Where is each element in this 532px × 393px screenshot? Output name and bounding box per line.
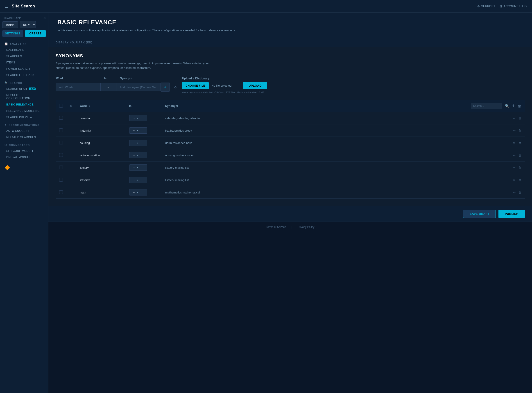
edit-icon[interactable]: ✏ — [513, 166, 516, 169]
sidebar-item-relevance-modeling[interactable]: RELEVANCE MODELING — [0, 108, 48, 114]
delete-row-icon[interactable]: 🗑 — [518, 191, 521, 194]
dropdown-arrow-icon: ▾ — [137, 142, 138, 144]
edit-icon[interactable]: ✏ — [513, 141, 516, 145]
is-badge[interactable]: ↔ ▾ — [129, 177, 147, 183]
row-checkbox[interactable] — [59, 153, 63, 157]
close-icon[interactable]: ✕ — [43, 16, 46, 20]
row-is-1: → ▾ — [126, 124, 162, 137]
language-select[interactable]: EN ▾ — [20, 21, 36, 28]
search-app-label: SEARCH APP — [4, 17, 21, 19]
header-word-col[interactable]: Word ▼ — [76, 100, 126, 112]
arrow-icon: ↔ — [132, 116, 135, 120]
add-synonym-input[interactable] — [116, 83, 161, 91]
table-header: ⊙ Word ▼ Is Synonym — [56, 100, 525, 112]
search-icon: 🔍 — [5, 81, 8, 84]
synonym-col-label: Synonym — [117, 77, 170, 80]
new-badge: NEW — [29, 88, 36, 90]
connectors-section-header: ⬡ CONNECTORS — [0, 140, 48, 148]
sidebar-item-dashboard[interactable]: DASHBOARD — [0, 47, 48, 53]
is-badge[interactable]: → ▾ — [129, 127, 147, 134]
sidebar-item-auto-suggest[interactable]: AUTO-SUGGEST — [0, 128, 48, 134]
delete-row-icon[interactable]: 🗑 — [518, 141, 521, 145]
arrow-icon: ↔ — [132, 153, 135, 157]
is-badge[interactable]: ↔ ▾ — [129, 115, 147, 121]
sidebar-item-basic-relevance[interactable]: BASIC RELEVANCE — [0, 101, 48, 108]
row-checkbox-1 — [56, 124, 66, 137]
menu-icon[interactable]: ☰ — [5, 4, 8, 9]
row-synonym-5: listserv mailing list — [162, 174, 467, 186]
settings-button[interactable]: SETTINGS — [2, 30, 23, 37]
sidebar-item-results-configuration[interactable]: RESULTS CONFIGURATION — [0, 92, 48, 101]
row-checkbox[interactable] — [59, 190, 63, 194]
sidebar-item-search-preview[interactable]: SEARCH PREVIEW — [0, 114, 48, 120]
edit-icon[interactable]: ✏ — [513, 178, 516, 182]
sidebar-item-search-ui-kit[interactable]: SEARCH UI KIT NEW — [0, 86, 48, 92]
account-icon: ◎ — [500, 5, 502, 8]
account-link[interactable]: ◎ ACCOUNT: UARK — [500, 5, 527, 8]
edit-icon[interactable]: ✏ — [513, 129, 516, 132]
sidebar-item-drupal-module[interactable]: DRUPAL MODULE — [0, 154, 48, 160]
is-badge[interactable]: ↔ ▾ — [129, 189, 147, 196]
header-expand-col: ⊙ — [66, 100, 76, 112]
edit-icon[interactable]: ✏ — [513, 117, 516, 120]
delete-row-icon[interactable]: 🗑 — [518, 117, 521, 120]
header-synonym-col: Synonym — [162, 100, 467, 112]
terms-link[interactable]: Terms of Service — [266, 226, 286, 229]
row-checkbox[interactable] — [59, 116, 63, 120]
sidebar-item-sitecore-module[interactable]: SITECORE MODULE — [0, 148, 48, 154]
choose-file-button[interactable]: CHOOSE FILE — [182, 82, 209, 89]
row-actions-5: ✏ 🗑 — [467, 174, 525, 186]
row-expand-2 — [66, 137, 76, 149]
save-draft-button[interactable]: SAVE DRAFT — [463, 210, 496, 218]
dropdown-arrow-icon: ▾ — [137, 191, 138, 194]
table-search-input[interactable] — [471, 103, 502, 109]
sidebar-item-items[interactable]: ITEMS — [0, 59, 48, 66]
table-row: fraternity → ▾ frat,fraternities,greek ✏… — [56, 124, 525, 137]
create-button[interactable]: CREATE — [25, 30, 46, 37]
support-link[interactable]: ⊙ SUPPORT — [477, 5, 495, 8]
edit-icon[interactable]: ✏ — [513, 191, 516, 194]
sidebar-item-related-searches[interactable]: RELATED SEARCHES — [0, 134, 48, 140]
is-badge[interactable]: → ▾ — [129, 140, 147, 146]
sidebar-item-searches[interactable]: SEARCHES — [0, 53, 48, 59]
is-badge[interactable]: ↔ ▾ — [129, 164, 147, 171]
privacy-link[interactable]: Privacy Policy — [298, 226, 314, 229]
row-actions-1: ✏ 🗑 — [467, 124, 525, 137]
cloud-icon[interactable]: ⬆ — [512, 104, 515, 108]
row-synonym-6: mathematics,mathematical — [162, 186, 467, 199]
delete-row-icon[interactable]: 🗑 — [518, 154, 521, 157]
delete-row-icon[interactable]: 🗑 — [518, 166, 521, 169]
sidebar-item-search-feedback[interactable]: SEARCH FEEDBACK — [0, 72, 48, 78]
row-word-2: housing — [76, 137, 126, 149]
dropdown-arrow-icon: ▾ — [137, 179, 138, 181]
delete-row-icon[interactable]: 🗑 — [518, 178, 521, 182]
row-actions-3: ✏ 🗑 — [467, 149, 525, 162]
edit-icon[interactable]: ✏ — [513, 154, 516, 157]
page-title: BASIC RELEVANCE — [57, 19, 523, 26]
sidebar-item-power-search[interactable]: POWER SEARCH — [0, 66, 48, 72]
row-expand-5 — [66, 174, 76, 186]
is-badge[interactable]: ↔ ▾ — [129, 152, 147, 158]
row-is-3: ↔ ▾ — [126, 149, 162, 162]
add-entry-button[interactable]: ＋ — [161, 83, 170, 92]
row-checkbox[interactable] — [59, 166, 63, 169]
delete-row-icon[interactable]: 🗑 — [518, 129, 521, 132]
arrow-icon: → — [132, 141, 135, 145]
row-checkbox[interactable] — [59, 141, 63, 144]
row-actions-4: ✏ 🗑 — [467, 162, 525, 174]
is-selector[interactable]: ↔ ▾ — [101, 83, 116, 91]
search-icon[interactable]: 🔍 — [505, 104, 509, 108]
word-col-label: Word — [56, 77, 101, 80]
analytics-icon: 📈 — [5, 43, 8, 45]
row-expand-1 — [66, 124, 76, 137]
add-word-input[interactable] — [56, 83, 101, 91]
publish-button[interactable]: PUBLISH — [498, 210, 525, 218]
row-checkbox[interactable] — [59, 128, 63, 132]
delete-icon[interactable]: 🗑 — [518, 104, 522, 108]
sidebar: SEARCH APP ✕ UARK EN ▾ SETTINGS CREATE 📈… — [0, 13, 48, 393]
page-footer: Terms of Service | Privacy Policy — [48, 221, 532, 232]
upload-button[interactable]: UPLOAD — [243, 82, 267, 89]
row-checkbox[interactable] — [59, 178, 63, 182]
row-is-0: ↔ ▾ — [126, 112, 162, 124]
select-all-checkbox[interactable] — [59, 104, 63, 108]
